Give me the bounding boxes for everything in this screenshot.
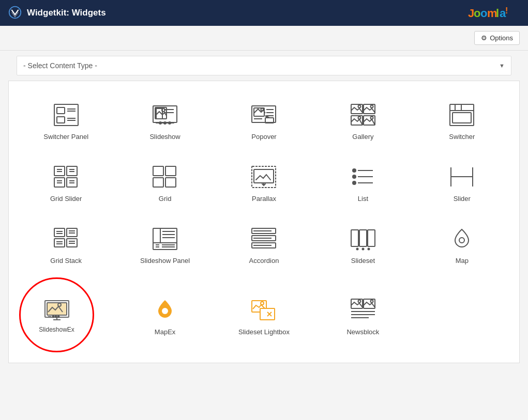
widget-item-slider[interactable]: Slider [415,153,509,210]
widget-item-grid[interactable]: Grid [118,153,212,210]
gallery-label: Gallery [352,133,373,141]
slideshowex-label: SlideshowEx [39,326,74,333]
widget-item-gallery[interactable]: Gallery [316,91,410,148]
grid-stack-icon [51,226,82,252]
slideshow-label: Slideshow [149,133,180,141]
slideset-lightbox-icon [248,297,279,323]
list-icon [348,164,379,190]
widget-item-slideset[interactable]: Slideset [316,215,410,272]
select-content-type-bar: - Select Content Type - [17,56,511,75]
grid-slider-label: Grid Slider [50,195,82,203]
svg-rect-56 [153,166,163,176]
options-label: Options [490,34,513,42]
svg-point-66 [353,181,356,184]
slideshow-panel-label: Slideshow Panel [140,257,190,265]
svg-rect-100 [359,230,367,246]
svg-point-103 [362,248,364,250]
widget-item-popover[interactable]: Popover [217,91,311,148]
slideshow-icon [149,102,180,128]
accordion-label: Accordion [249,257,279,265]
svg-point-114 [55,316,56,318]
parallax-label: Parallax [252,195,276,203]
list-label: List [358,195,368,203]
widget-item-switcher-panel[interactable]: Switcher Panel [19,91,113,148]
slider-label: Slider [454,195,471,203]
widget-item-grid-stack[interactable]: Grid Stack [19,215,113,272]
widget-item-newsblock[interactable]: Newsblock [316,277,410,352]
newsblock-icon [348,297,379,323]
grid-stack-label: Grid Stack [50,257,82,265]
svg-point-116 [162,308,168,314]
switcher-panel-label: Switcher Panel [43,133,88,141]
svg-point-118 [261,302,264,305]
widget-item-slideset-lightbox[interactable]: Slideset Lightbox [217,277,311,352]
joomla-logo: J o o m l a ! [468,3,520,23]
svg-point-18 [159,122,161,124]
toolbar: ⚙ Options [0,26,528,51]
select-content-type-wrapper: - Select Content Type - [8,56,520,75]
svg-rect-71 [54,228,65,237]
svg-rect-57 [165,166,176,176]
svg-rect-101 [368,230,375,246]
widget-item-mapex[interactable]: MapEx [118,277,212,352]
widget-item-switcher[interactable]: Switcher [415,91,509,148]
widget-container: Switcher Panel [8,81,520,363]
widget-grid: Switcher Panel [19,91,509,352]
svg-point-115 [57,316,59,318]
svg-point-64 [353,175,356,178]
widget-item-grid-slider[interactable]: Grid Slider [19,153,113,210]
grid-icon [149,164,180,190]
svg-point-125 [370,300,373,303]
slider-icon [446,164,477,190]
map-icon [446,226,477,252]
gear-icon: ⚙ [481,34,487,42]
grid-label: Grid [159,195,172,203]
svg-point-38 [370,116,373,119]
slideset-lightbox-label: Slideset Lightbox [238,328,290,336]
header: Widgetkit: Widgets J o o m l a ! [0,0,528,26]
svg-rect-12 [57,117,65,123]
map-label: Map [456,257,469,265]
widget-item-map[interactable]: Map [415,215,509,272]
popover-icon [248,102,279,128]
widget-item-slideshowex[interactable]: SlideshowEx [19,277,94,352]
widget-item-list[interactable]: List [316,153,410,210]
grid-slider-icon [51,164,82,190]
svg-rect-9 [57,107,65,114]
svg-point-36 [358,116,360,119]
svg-text:!: ! [505,6,508,15]
svg-point-19 [164,122,166,124]
parallax-icon [248,164,279,190]
svg-rect-43 [452,113,471,123]
svg-point-102 [356,248,358,250]
widget-item-accordion[interactable]: Accordion [217,215,311,272]
popover-label: Popover [251,133,276,141]
svg-point-22 [162,108,165,112]
widget-item-parallax[interactable]: Parallax [217,153,311,210]
content-type-select[interactable]: - Select Content Type - [17,56,511,75]
slideshowex-icon [41,297,72,323]
svg-point-25 [261,108,264,111]
slideshow-panel-icon [149,226,180,252]
svg-point-34 [370,105,373,107]
svg-point-104 [368,248,369,250]
svg-point-123 [358,300,360,303]
widgetkit-icon [8,6,22,21]
options-button[interactable]: ⚙ Options [474,31,520,45]
svg-rect-61 [254,169,274,183]
widget-item-slideshow[interactable]: Slideshow [118,91,212,148]
svg-point-20 [169,122,171,124]
widget-item-slideshow-panel[interactable]: Slideshow Panel [118,215,212,272]
svg-point-62 [353,169,356,172]
svg-rect-77 [54,239,65,247]
svg-point-32 [358,105,360,107]
gallery-icon [348,102,379,128]
svg-rect-58 [153,178,163,187]
svg-text:o: o [474,7,480,20]
svg-text:o: o [480,7,487,20]
page-title: Widgetkit: Widgets [27,8,106,18]
slideset-icon [348,226,379,252]
slideset-label: Slideset [351,257,375,265]
svg-rect-99 [351,230,358,246]
switcher-label: Switcher [449,133,475,141]
